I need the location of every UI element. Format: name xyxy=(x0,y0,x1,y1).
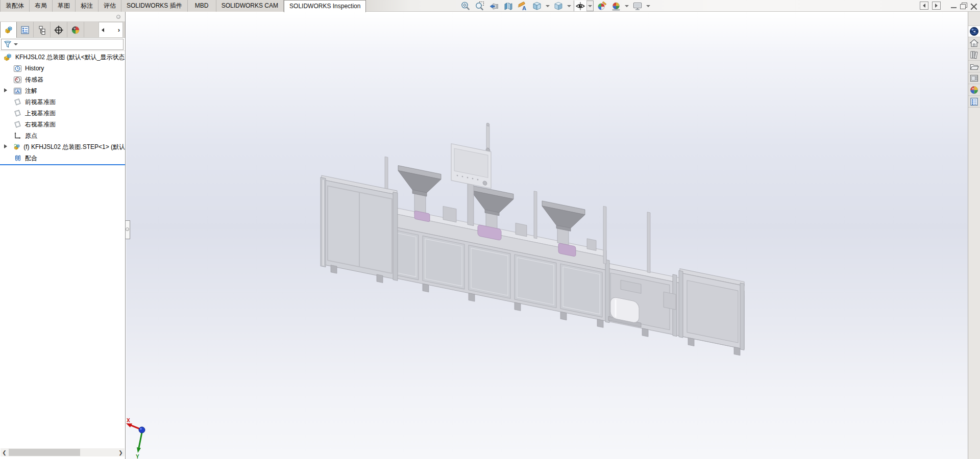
tree-item-label: 右视基准面 xyxy=(25,120,56,129)
tree-filter-row xyxy=(0,38,125,51)
feature-tree: KFHJSL02 总装图 (默认<默认_显示状态 History 传感器 xyxy=(0,51,125,165)
tab-markup[interactable]: 标注 xyxy=(76,0,99,12)
hide-show-annotations-icon[interactable]: A xyxy=(517,1,529,11)
apply-scene-dropdown[interactable] xyxy=(625,5,629,7)
filter-dropdown[interactable] xyxy=(14,43,18,45)
display-style-icon[interactable] xyxy=(552,1,565,11)
tab-assembly[interactable]: 装配体 xyxy=(0,0,30,12)
rollback-bar[interactable] xyxy=(0,164,125,165)
tab-dimxpertmanager[interactable] xyxy=(51,22,67,38)
tab-displaymanager[interactable] xyxy=(67,22,84,38)
tree-item-label: History xyxy=(25,65,44,72)
heads-up-view-toolbar: A xyxy=(459,0,651,12)
panel-tabs-scroll-right-icon[interactable]: › xyxy=(118,27,120,33)
triad-z-origin xyxy=(139,427,145,433)
taskpane-custom-properties-icon[interactable] xyxy=(968,96,980,108)
assembly-model[interactable] xyxy=(321,89,744,356)
view-orientation-icon[interactable] xyxy=(531,1,543,11)
tree-filter-input[interactable] xyxy=(1,39,124,50)
tab-configurationmanager[interactable] xyxy=(34,22,51,38)
section-view-icon[interactable] xyxy=(502,1,514,11)
triad-x-label: X xyxy=(127,418,130,423)
previous-view-icon[interactable] xyxy=(488,1,500,11)
tab-evaluate[interactable]: 评估 xyxy=(99,0,121,12)
edit-appearance-icon[interactable] xyxy=(596,1,608,11)
panel-horizontal-scrollbar[interactable]: ❮ ❯ xyxy=(1,448,125,456)
annotation-a-glyph: A xyxy=(522,5,526,11)
tree-item-label: KFHJSL02 总装图 (默认<默认_显示状态 xyxy=(15,53,125,62)
taskpane-file-explorer-icon[interactable] xyxy=(968,61,980,72)
taskpane-solidworks-resources-icon[interactable] xyxy=(968,26,980,37)
task-pane-strip xyxy=(968,12,980,459)
tree-item-label: 传感器 xyxy=(25,75,43,84)
plane-icon xyxy=(13,98,22,107)
graphics-viewport[interactable]: X Y xyxy=(126,12,968,459)
taskpane-home-icon[interactable] xyxy=(968,37,980,49)
window-controls xyxy=(920,2,977,10)
view-settings-dropdown[interactable] xyxy=(646,5,650,7)
view-settings-icon[interactable] xyxy=(631,1,644,11)
tree-item-right-plane[interactable]: 右视基准面 xyxy=(0,119,125,130)
history-icon xyxy=(13,64,22,73)
minimize-icon[interactable] xyxy=(951,7,957,8)
expand-arrow-icon[interactable] xyxy=(4,144,7,148)
tab-sketch[interactable]: 草图 xyxy=(53,0,76,12)
command-manager-bar: 装配体 布局 草图 标注 评估 SOLIDWORKS 插件 MBD SOLIDW… xyxy=(0,0,980,12)
tree-item-sensors[interactable]: 传感器 xyxy=(0,74,125,85)
tree-item-assembly-root[interactable]: KFHJSL02 总装图 (默认<默认_显示状态 xyxy=(0,52,125,63)
filter-funnel-icon xyxy=(4,40,12,48)
panel-tab-scroller: › xyxy=(99,22,123,38)
panel-tabs-scroll-left-icon[interactable] xyxy=(102,28,104,32)
display-style-dropdown[interactable] xyxy=(567,5,571,7)
view-orientation-dropdown[interactable] xyxy=(546,5,550,7)
zoom-to-fit-icon[interactable] xyxy=(459,1,472,11)
taskpane-appearances-icon[interactable] xyxy=(968,84,980,96)
annotations-icon: A xyxy=(13,87,22,95)
panel-tabs: › xyxy=(0,22,125,38)
plane-icon xyxy=(13,109,22,118)
scroll-left-icon[interactable]: ❮ xyxy=(1,448,8,456)
zoom-to-area-icon[interactable] xyxy=(474,1,486,11)
tree-item-top-plane[interactable]: 上视基准面 xyxy=(0,108,125,119)
tree-item-annotations[interactable]: A 注解 xyxy=(0,85,125,96)
tab-propertymanager[interactable] xyxy=(17,22,34,38)
tree-item-label: 注解 xyxy=(25,87,37,95)
panel-splitter-handle[interactable] xyxy=(126,220,130,239)
tab-solidworks-cam[interactable]: SOLIDWORKS CAM xyxy=(216,0,284,12)
tree-item-label: 上视基准面 xyxy=(25,109,56,118)
scroll-right-icon[interactable]: ❯ xyxy=(117,448,125,456)
taskpane-view-palette-icon[interactable] xyxy=(968,72,980,84)
tree-item-origin[interactable]: 原点 xyxy=(0,130,125,141)
dock-pane-right-icon[interactable] xyxy=(932,2,941,10)
tree-item-front-plane[interactable]: 前视基准面 xyxy=(0,96,125,108)
expand-arrow-icon[interactable] xyxy=(4,88,7,92)
sensors-icon xyxy=(13,75,22,84)
hide-show-items-dropdown[interactable] xyxy=(586,1,593,11)
eye-icon[interactable] xyxy=(574,1,586,11)
3d-scene: X Y xyxy=(126,12,968,459)
apply-scene-icon[interactable] xyxy=(610,1,622,11)
tab-featuremanager-design-tree[interactable] xyxy=(0,22,17,38)
triad-y-label: Y xyxy=(136,454,139,459)
solidworks-window: 装配体 布局 草图 标注 评估 SOLIDWORKS 插件 MBD SOLIDW… xyxy=(0,0,980,459)
annotation-a-glyph: A xyxy=(16,88,19,93)
tab-mbd[interactable]: MBD xyxy=(188,0,216,12)
scrollbar-thumb[interactable] xyxy=(9,449,80,456)
dock-pane-left-icon[interactable] xyxy=(920,2,928,10)
tab-solidworks-inspection[interactable]: SOLIDWORKS Inspection xyxy=(284,0,366,12)
taskpane-design-library-icon[interactable] xyxy=(968,49,980,61)
tree-item-label: 前视基准面 xyxy=(25,98,56,107)
panel-header xyxy=(0,12,125,22)
hide-show-items-button[interactable] xyxy=(574,1,594,11)
tab-layout[interactable]: 布局 xyxy=(30,0,53,12)
close-icon[interactable] xyxy=(970,3,977,9)
tree-item-label: (f) KFHJSL02 总装图.STEP<1> (默认 xyxy=(23,143,125,151)
tree-item-history[interactable]: History xyxy=(0,63,125,74)
tree-item-component-step[interactable]: (f) KFHJSL02 总装图.STEP<1> (默认 xyxy=(0,141,125,152)
tab-solidworks-addins[interactable]: SOLIDWORKS 插件 xyxy=(121,0,188,12)
panel-collapse-grip[interactable] xyxy=(116,15,120,19)
tree-item-mates[interactable]: 配合 xyxy=(0,152,125,164)
assembly-icon xyxy=(3,53,12,62)
reference-triad: X Y xyxy=(126,418,145,459)
restore-icon[interactable] xyxy=(960,3,967,9)
